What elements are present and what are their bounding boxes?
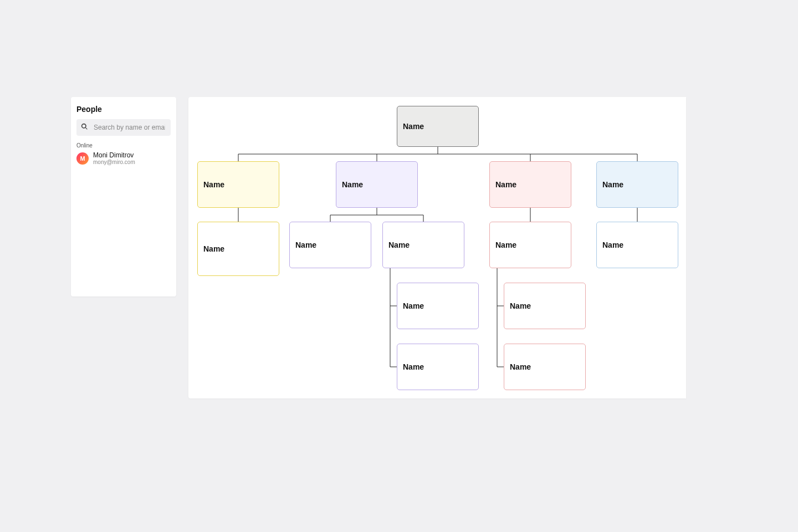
- people-search-input[interactable]: [93, 123, 166, 132]
- org-node-l2-pink[interactable]: Name: [489, 161, 571, 208]
- org-node-label: Name: [203, 180, 224, 189]
- org-node-label: Name: [495, 241, 516, 249]
- people-section-label: Online: [76, 142, 171, 149]
- org-node-root[interactable]: Name: [397, 106, 479, 147]
- org-node-label: Name: [403, 301, 424, 310]
- person-meta: Moni Dimitrov mony@miro.com: [93, 152, 135, 165]
- org-node-l3-blue-1[interactable]: Name: [596, 222, 678, 268]
- org-node-l3-purple-1[interactable]: Name: [289, 222, 371, 268]
- avatar: M: [76, 152, 89, 165]
- org-node-label: Name: [602, 241, 623, 249]
- org-node-label: Name: [403, 122, 424, 131]
- person-name: Moni Dimitrov: [93, 152, 135, 159]
- org-node-label: Name: [388, 241, 410, 249]
- person-email: mony@miro.com: [93, 159, 135, 165]
- people-search[interactable]: [76, 119, 171, 136]
- org-node-label: Name: [510, 362, 531, 371]
- org-node-l3-purple-2[interactable]: Name: [382, 222, 464, 268]
- org-node-l4-purple-2b[interactable]: Name: [397, 344, 479, 390]
- org-chart-canvas[interactable]: Name Name Name Name Name Name Name Name …: [188, 97, 686, 398]
- people-panel-title: People: [76, 105, 171, 114]
- org-node-label: Name: [495, 180, 516, 189]
- search-icon: [81, 122, 88, 132]
- org-node-label: Name: [403, 362, 424, 371]
- org-node-l2-yellow[interactable]: Name: [197, 161, 279, 208]
- person-row[interactable]: M Moni Dimitrov mony@miro.com: [76, 152, 171, 165]
- org-node-l2-purple[interactable]: Name: [336, 161, 418, 208]
- org-node-label: Name: [295, 241, 316, 249]
- org-node-label: Name: [342, 180, 363, 189]
- org-node-label: Name: [203, 244, 224, 253]
- org-node-l4-pink-1a[interactable]: Name: [504, 283, 586, 329]
- people-panel: People Online M Moni Dimitrov mony@miro.…: [71, 97, 176, 296]
- org-node-label: Name: [510, 301, 531, 310]
- org-node-l4-pink-1b[interactable]: Name: [504, 344, 586, 390]
- org-node-l3-yellow-1[interactable]: Name: [197, 222, 279, 276]
- org-node-l4-purple-2a[interactable]: Name: [397, 283, 479, 329]
- org-node-l3-pink-1[interactable]: Name: [489, 222, 571, 268]
- org-node-l2-blue[interactable]: Name: [596, 161, 678, 208]
- org-node-label: Name: [602, 180, 623, 189]
